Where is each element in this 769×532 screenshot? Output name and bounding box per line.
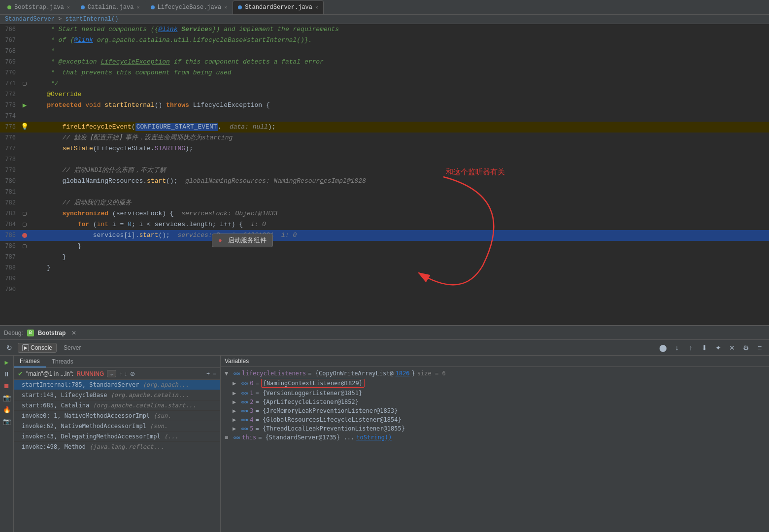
tab-bootstrap[interactable]: Bootstrap.java ✕ [2,0,75,14]
frames-list: startInternal:785, StandardServer (org.a… [14,380,220,532]
breadcrumb: StandardServer > startInternal() [0,15,769,24]
tab-close-catalina[interactable]: ✕ [136,4,139,10]
code-line-772: 772 @Override [0,89,769,100]
code-line-780: 780 globalNamingResources.start(); globa… [0,176,769,187]
var-expand-icon[interactable]: ▼ [225,370,232,377]
code-line-781: 781 [0,187,769,198]
code-line-773: 773 ▶ protected void startInternal() thr… [0,100,769,111]
var-type-icon-5: ∞∞ [241,426,248,432]
var-type-icon-0: ∞∞ [241,380,248,387]
var-row-lifecyclelisteners[interactable]: ▼ ∞∞ lifecycleListeners = {CopyOnWriteAr… [221,369,769,378]
var-row-1[interactable]: ▶ ∞∞ 1 = {VersionLoggerListener@1851} [221,389,769,398]
debug-tool-btn2[interactable]: 🔥 [2,405,12,415]
debug-btn-step-out[interactable]: ↑ [685,342,696,353]
var-expand-icon-2[interactable]: ▶ [233,399,239,405]
var-row-4[interactable]: ▶ ∞∞ 4 = {GlobalResourcesLifecycleListen… [221,415,769,424]
debug-left-buttons: ▶ ⏸ ⏹ 📸 🔥 📷 [0,356,14,532]
editor-area: 和这个监听器有关 766 * Start nested components (… [0,24,769,325]
var-row-2[interactable]: ▶ ∞∞ 2 = {AprLifecycleListener@1852} [221,398,769,406]
gutter-785 [20,233,30,238]
var-expand-icon-3[interactable]: ▶ [233,407,239,414]
frame-item-5[interactable]: invoke:43, DelegatingMethodAccessorImpl … [14,432,220,442]
var-expand-icon-4[interactable]: ▶ [233,416,239,423]
frame-item-0[interactable]: startInternal:785, StandardServer (org.a… [14,380,220,390]
tab-threads[interactable]: Threads [46,356,79,367]
code-line-778: 778 [0,154,769,165]
tab-dot-standardserver [238,5,242,9]
debug-resume-btn[interactable]: ▶ [2,358,12,367]
frame-class-0: (org.apach... [143,381,189,388]
frame-method-4: invoke:62, NativeMethodAccessorImpl [22,423,150,430]
debug-pause-btn[interactable]: ⏸ [2,369,12,379]
tab-label-bootstrap: Bootstrap.java [14,4,64,11]
var-row-3[interactable]: ▶ ∞∞ 3 = {JreMemoryLeakPreventionListene… [221,406,769,415]
frame-method-2: start:685, Catalina [22,402,93,409]
tab-bar: Bootstrap.java ✕ Catalina.java ✕ Lifecyc… [0,0,769,15]
tab-standardserver[interactable]: StandardServer.java ✕ [233,0,324,14]
code-line-783: 783 synchronized (servicesLock) { servic… [0,208,769,219]
var-row-0[interactable]: ▶ ∞∞ 0 = {NamingContextListener@1829} [221,378,769,389]
debug-restart-btn[interactable]: ↻ [4,342,15,353]
thread-name: "main"@1 in ...in": [26,370,73,377]
var-name-2: 2 [250,399,253,405]
gutter-771 [20,82,30,86]
gutter-783 [20,212,30,216]
debug-session-name[interactable]: Bootstrap [38,330,66,336]
debug-btn-eval[interactable]: ✦ [713,342,724,353]
frame-item-3[interactable]: invoke0:-1, NativeMethodAccessorImpl (su… [14,411,220,421]
var-row-this[interactable]: ≡ ∞∞ this = {StandardServer@1735} ... to… [221,433,769,442]
debug-console-btn[interactable]: ▶ Console [18,343,57,353]
var-value-ll-link[interactable]: 1826 [396,370,410,377]
thread-add-icon[interactable]: + [206,370,210,377]
frame-item-2[interactable]: start:685, Catalina (org.apache.catalina… [14,400,220,411]
variables-list: ▼ ∞∞ lifecycleListeners = {CopyOnWriteAr… [221,367,769,532]
frame-item-6[interactable]: invoke:498, Method (java.lang.reflect... [14,442,220,452]
tab-lifecyclebase[interactable]: LifecycleBase.java ✕ [145,0,233,14]
var-expand-icon-1[interactable]: ▶ [233,390,239,397]
tab-frames[interactable]: Frames [14,356,46,367]
var-type-icon-1: ∞∞ [241,390,248,397]
var-row-5[interactable]: ▶ ∞∞ 5 = {ThreadLocalLeakPreventionListe… [221,424,769,433]
frame-item-4[interactable]: invoke:62, NativeMethodAccessorImpl (sun… [14,421,220,432]
code-lines: 766 * Start nested components ({@link Se… [0,24,769,295]
debug-btn-layout[interactable]: ≡ [754,342,765,353]
debug-tool-btn1[interactable]: 📸 [2,393,12,403]
code-line-787: 787 } [0,252,769,263]
frame-item-1[interactable]: start:148, LifecycleBase (org.apache.cat… [14,390,220,400]
debug-btn-run-to-cursor[interactable]: ⬇ [699,342,710,353]
debug-btn-step-into[interactable]: ↓ [671,342,682,353]
var-expand-icon-5[interactable]: ▶ [233,425,239,432]
tab-close-bootstrap[interactable]: ✕ [67,4,70,10]
thread-row[interactable]: ✔ "main"@1 in ...in": RUNNING ⌄ ↑ ↓ ⊘ + … [14,368,220,380]
var-expand-icon-0[interactable]: ▶ [233,380,239,387]
breadcrumb-method[interactable]: startInternal() [65,16,118,23]
thread-minus-icon[interactable]: − [213,370,216,377]
var-type-icon-4: ∞∞ [241,417,248,423]
debug-stop-btn[interactable]: ⏹ [2,381,12,391]
breadcrumb-class[interactable]: StandardServer [5,16,55,23]
debug-tool-btn3[interactable]: 📷 [2,417,12,427]
code-line-770: 770 * that prevents this component from … [0,67,769,78]
thread-up-arrow[interactable]: ↑ [119,370,122,377]
thread-down-arrow[interactable]: ↓ [124,370,127,377]
code-line-767: 767 * of {@link org.apache.catalina.util… [0,35,769,46]
tab-dot-catalina [81,5,85,9]
var-tostring-link[interactable]: toString() [356,434,392,441]
debug-server-btn[interactable]: Server [60,343,85,352]
thread-expand[interactable]: ⌄ [107,370,116,377]
debug-tab-bar: Debug: B Bootstrap ✕ [0,326,769,340]
tab-label-lifecyclebase: LifecycleBase.java [158,4,222,11]
debug-btn-settings[interactable]: ⚙ [740,342,751,353]
thread-filter-icon[interactable]: ⊘ [130,370,135,377]
tab-close-standardserver[interactable]: ✕ [315,4,318,10]
var-expand-icon-this[interactable]: ≡ [225,434,232,441]
frames-panel: Frames Threads ✔ "main"@1 in ...in": RUN… [14,356,221,532]
debug-btn-mute[interactable]: ✕ [727,342,737,353]
debug-session-icon: B [27,330,34,336]
code-line-766: 766 * Start nested components ({@link Se… [0,24,769,35]
frame-method-1: start:148, LifecycleBase [22,392,111,399]
debug-btn-step-over[interactable]: ⬤ [658,342,669,353]
code-editor[interactable]: 766 * Start nested components ({@link Se… [0,24,769,325]
tab-catalina[interactable]: Catalina.java ✕ [75,0,145,14]
tab-close-lifecyclebase[interactable]: ✕ [224,4,227,10]
